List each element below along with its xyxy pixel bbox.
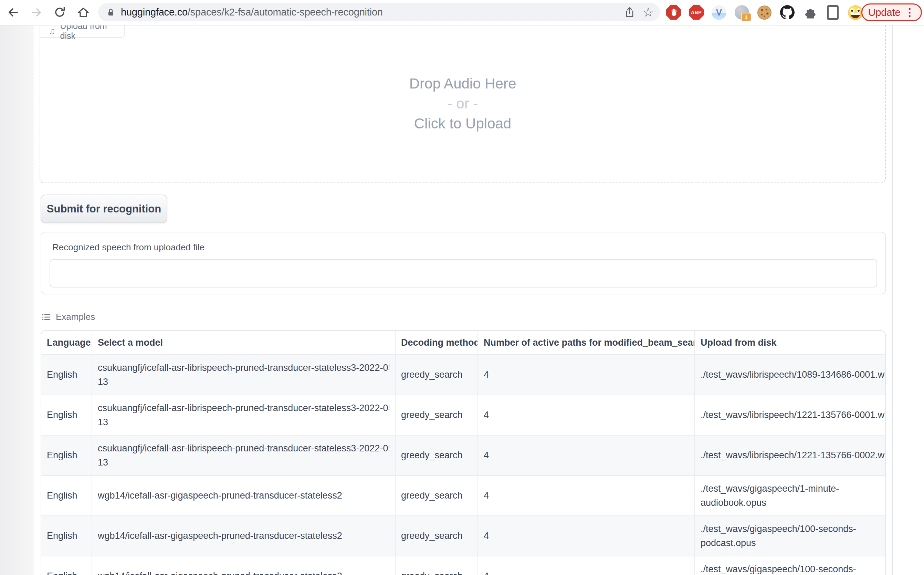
- emoji-extension-button[interactable]: [848, 5, 863, 20]
- drop-audio-text: Drop Audio Here: [40, 74, 886, 94]
- cell-num-active-paths: 4: [478, 395, 695, 435]
- cell-upload-path: ./test_wavs/gigaspeech/1-minute-audioboo…: [695, 475, 885, 516]
- examples-table-body: Englishcsukuangfj/icefall-asr-librispeec…: [41, 355, 885, 575]
- bookmark-star-icon: ☆: [643, 6, 654, 19]
- cookie-icon: [757, 5, 772, 20]
- smiley-icon: [848, 5, 863, 20]
- cookie-extension-button[interactable]: [757, 5, 772, 20]
- cell-model: csukuangfj/icefall-asr-librispeech-prune…: [92, 435, 395, 475]
- column-header: Upload from disk: [695, 331, 885, 355]
- cell-model: csukuangfj/icefall-asr-librispeech-prune…: [92, 355, 395, 395]
- cell-upload-path: ./test_wavs/gigaspeech/100-seconds-podca…: [695, 556, 885, 575]
- browser-toolbar: huggingface.co/spaces/k2-fsa/automatic-s…: [0, 0, 924, 25]
- table-row[interactable]: Englishwgb14/icefall-asr-gigaspeech-prun…: [41, 556, 885, 575]
- bookmark-button[interactable]: ☆: [641, 5, 655, 19]
- url-text[interactable]: huggingface.co/spaces/k2-fsa/automatic-s…: [121, 6, 618, 18]
- examples-table: LanguageSelect a modelDecoding methodNum…: [41, 330, 886, 575]
- cell-language: English: [41, 355, 92, 395]
- music-note-icon: ♫: [49, 27, 56, 35]
- cell-num-active-paths: 4: [478, 556, 695, 575]
- examples-label: Examples: [56, 311, 95, 322]
- home-icon: [76, 5, 91, 20]
- column-header: Number of active paths for modified_beam…: [478, 331, 695, 355]
- column-header: Language: [41, 331, 92, 355]
- cell-language: English: [41, 475, 92, 516]
- reading-mode-icon: [827, 5, 838, 20]
- share-icon: [623, 5, 637, 20]
- cell-decoding-method: greedy_search: [395, 355, 478, 395]
- recognized-speech-output[interactable]: [49, 259, 877, 288]
- cell-upload-path: ./test_wavs/gigaspeech/100-seconds-podca…: [695, 516, 885, 556]
- cell-language: English: [41, 516, 92, 556]
- cell-decoding-method: greedy_search: [395, 516, 478, 556]
- github-icon: [780, 5, 795, 20]
- cell-num-active-paths: 4: [478, 435, 695, 475]
- cell-decoding-method: greedy_search: [395, 435, 478, 475]
- cell-num-active-paths: 4: [478, 516, 695, 556]
- column-header: Decoding method: [395, 331, 478, 355]
- cell-decoding-method: greedy_search: [395, 556, 478, 575]
- extensions-menu-button[interactable]: [802, 5, 818, 20]
- tab-upload-from-disk[interactable]: ♫ Upload from disk: [40, 25, 125, 38]
- v-extension-icon: V: [711, 5, 726, 20]
- table-row[interactable]: Englishcsukuangfj/icefall-asr-librispeec…: [41, 355, 885, 395]
- abp-label: ABP: [691, 10, 702, 15]
- url-path: /spaces/k2-fsa/automatic-speech-recognit…: [187, 6, 383, 17]
- puzzle-icon: [803, 5, 817, 20]
- url-host: huggingface.co: [121, 6, 187, 17]
- profile-extension-button[interactable]: 1: [734, 5, 749, 20]
- notification-badge: 1: [741, 13, 751, 22]
- forward-button[interactable]: [29, 5, 44, 20]
- cell-upload-path: ./test_wavs/librispeech/1221-135766-0002…: [695, 435, 885, 475]
- cell-language: English: [41, 435, 92, 475]
- update-label: Update: [868, 7, 900, 18]
- cell-language: English: [41, 556, 92, 575]
- reading-mode-button[interactable]: [825, 5, 840, 20]
- cell-decoding-method: greedy_search: [395, 395, 478, 435]
- cell-model: csukuangfj/icefall-asr-librispeech-prune…: [92, 395, 395, 435]
- cell-upload-path: ./test_wavs/librispeech/1221-135766-0001…: [695, 395, 885, 435]
- table-row[interactable]: Englishcsukuangfj/icefall-asr-librispeec…: [41, 435, 885, 475]
- examples-table-header-row: LanguageSelect a modelDecoding methodNum…: [41, 331, 885, 355]
- page-right-divider: [892, 25, 893, 575]
- cell-language: English: [41, 395, 92, 435]
- abp-extension-button[interactable]: ABP: [689, 5, 704, 20]
- home-button[interactable]: [76, 5, 91, 20]
- lock-icon: [106, 7, 116, 17]
- forward-icon: [29, 5, 44, 20]
- cell-decoding-method: greedy_search: [395, 475, 478, 516]
- cell-model: wgb14/icefall-asr-gigaspeech-pruned-tran…: [92, 475, 395, 516]
- extension-bar: ABP V 1: [666, 0, 863, 25]
- click-to-upload-text: Click to Upload: [40, 114, 886, 133]
- cell-upload-path: ./test_wavs/librispeech/1089-134686-0001…: [695, 355, 885, 395]
- share-button[interactable]: [623, 5, 637, 19]
- cell-model: wgb14/icefall-asr-gigaspeech-pruned-tran…: [92, 556, 395, 575]
- column-header: Select a model: [92, 331, 395, 355]
- table-row[interactable]: Englishwgb14/icefall-asr-gigaspeech-prun…: [41, 475, 885, 516]
- reload-button[interactable]: [52, 5, 67, 20]
- cell-num-active-paths: 4: [478, 475, 695, 516]
- page-left-gutter: [0, 25, 33, 575]
- recognized-speech-panel: Recognized speech from uploaded file: [41, 232, 886, 294]
- examples-list-icon: [41, 312, 51, 322]
- reload-icon: [52, 5, 67, 20]
- examples-header: Examples: [41, 311, 95, 322]
- recognized-speech-label: Recognized speech from uploaded file: [52, 242, 205, 253]
- dropzone-prompt[interactable]: Drop Audio Here - or - Click to Upload: [40, 74, 886, 133]
- abp-icon: ABP: [689, 5, 704, 20]
- adblock-hand-icon: [666, 5, 681, 20]
- table-row[interactable]: Englishwgb14/icefall-asr-gigaspeech-prun…: [41, 516, 885, 556]
- v-extension-button[interactable]: V: [711, 5, 727, 20]
- chrome-update-button[interactable]: Update ⋮: [861, 3, 922, 21]
- submit-for-recognition-button[interactable]: Submit for recognition: [41, 195, 167, 223]
- adblock-extension-button[interactable]: [666, 5, 681, 20]
- url-bar[interactable]: huggingface.co/spaces/k2-fsa/automatic-s…: [98, 3, 660, 21]
- cell-num-active-paths: 4: [478, 355, 695, 395]
- cell-model: wgb14/icefall-asr-gigaspeech-pruned-tran…: [92, 516, 395, 556]
- back-button[interactable]: [5, 5, 21, 20]
- or-text: - or -: [40, 94, 886, 114]
- github-extension-button[interactable]: [780, 5, 795, 20]
- back-icon: [5, 5, 21, 20]
- table-row[interactable]: Englishcsukuangfj/icefall-asr-librispeec…: [41, 395, 885, 435]
- kebab-menu-icon: ⋮: [905, 7, 915, 17]
